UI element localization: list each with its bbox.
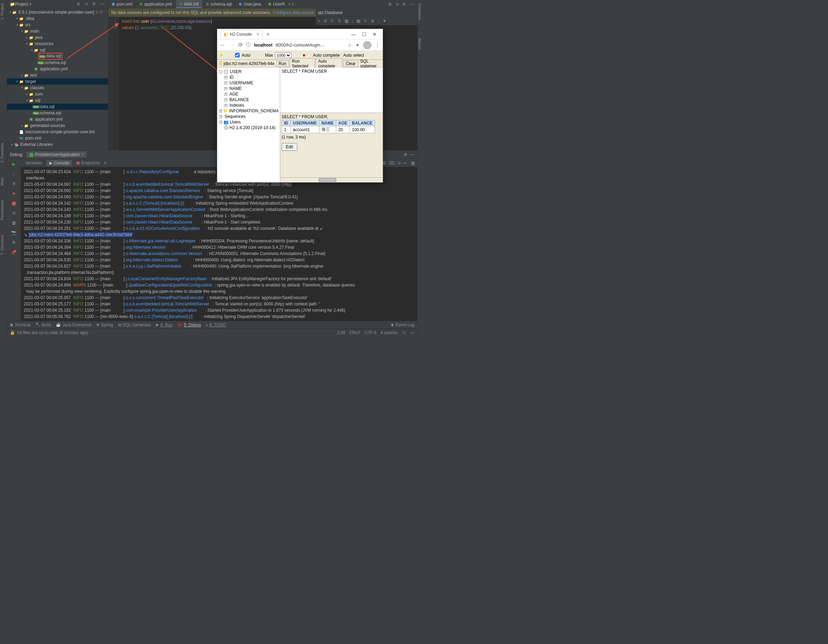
tree-node[interactable]: ▸📁java xyxy=(7,34,108,41)
tab-variables[interactable]: Variables xyxy=(22,160,45,166)
auto-checkbox[interactable] xyxy=(235,53,240,57)
db-edit-icon[interactable]: ✎ xyxy=(364,19,367,24)
debug-config-tab[interactable]: ⬤ ProviderUserApplication × xyxy=(26,152,87,158)
tool-web[interactable]: Web xyxy=(0,175,4,188)
tree-node[interactable]: ▾📁target xyxy=(7,78,108,85)
btm-spring[interactable]: ❀ Spring xyxy=(96,323,113,327)
h2-disconnect-icon[interactable]: ⚡ xyxy=(219,53,224,58)
avatar-icon[interactable] xyxy=(363,41,372,49)
window-max-icon[interactable]: ☐ xyxy=(359,31,369,37)
back-icon[interactable]: ← xyxy=(220,42,226,48)
stop-icon[interactable]: ■ xyxy=(11,190,17,197)
db-stop-icon[interactable]: ▦ xyxy=(345,19,348,24)
db-table-icon[interactable]: ▦ xyxy=(356,19,360,24)
close-icon[interactable]: × xyxy=(81,152,84,157)
pause-icon[interactable]: ⏸ xyxy=(11,180,17,187)
configure-datasource-link[interactable]: Configure data source xyxy=(273,10,314,15)
tab-endpoints[interactable]: ⬣Endpoints xyxy=(74,160,102,166)
btm-debug[interactable]: 🐞 5: Debug xyxy=(177,323,201,327)
extension-icon[interactable]: ✦ xyxy=(355,42,360,48)
tool-favorites[interactable]: 2: Favorites xyxy=(0,141,4,165)
tree-node[interactable]: ▾📁resources xyxy=(7,41,108,47)
tree-node[interactable]: ▾📁sql xyxy=(7,97,108,103)
pin-icon[interactable]: 📌 xyxy=(11,249,17,255)
tree-node[interactable]: mpom.xml xyxy=(7,135,108,141)
tree-node[interactable]: 📄microservice-simple-provider-user.iml xyxy=(7,129,108,135)
h2-scrollbar[interactable] xyxy=(280,177,383,182)
edit-button[interactable]: Edit xyxy=(282,143,297,151)
tool-project[interactable]: 1: Project xyxy=(0,2,4,22)
gear-icon[interactable]: ⚙ xyxy=(92,2,97,7)
editor-tab[interactable]: pom.xml xyxy=(108,0,136,8)
collapse-icon[interactable]: ⇲ xyxy=(84,2,90,7)
tree-node[interactable]: ▾📁classes xyxy=(7,85,108,91)
h2-tree-node[interactable]: +AGE xyxy=(219,91,278,97)
git-icon[interactable]: ⌥ xyxy=(401,330,406,335)
clear-button[interactable]: Clear xyxy=(343,61,358,67)
editor-tab[interactable]: UserR× » xyxy=(265,0,298,8)
window-min-icon[interactable]: — xyxy=(348,31,359,37)
tree-node[interactable]: ▸📁test xyxy=(7,72,108,78)
tree-node[interactable]: Yapplication.yml xyxy=(7,116,108,122)
tree-node[interactable]: SQLdata.sql xyxy=(7,103,108,110)
tree-node[interactable]: ▸📁com xyxy=(7,91,108,97)
camera-icon[interactable]: 📷 xyxy=(11,229,17,236)
btm-run[interactable]: ▶ 4: Run xyxy=(156,323,172,327)
star-icon[interactable]: ☆ xyxy=(347,42,352,48)
tab-console[interactable]: ▶Console xyxy=(47,160,72,166)
locate-icon[interactable]: ⊕ xyxy=(77,2,82,7)
tree-node[interactable]: SQLdata.sql xyxy=(7,53,108,60)
h2-tree-node[interactable]: +BALANCE xyxy=(219,97,278,102)
h2-tree-node[interactable]: +ID xyxy=(219,75,278,80)
window-close-icon[interactable]: ✕ xyxy=(369,31,380,37)
collapse-icon[interactable]: ⇲ xyxy=(395,2,399,7)
tree-node[interactable]: ▸📁generated-sources xyxy=(7,122,108,129)
reload-icon[interactable]: ⟳ xyxy=(238,42,243,48)
step-icon[interactable]: ↓ xyxy=(11,171,17,177)
btm-terminal[interactable]: ▣ Terminal xyxy=(10,323,30,327)
btm-java-ee[interactable]: ☕ Java Enterprise xyxy=(56,323,91,327)
editor-tab[interactable]: data.sql xyxy=(176,0,202,8)
tool-structure[interactable]: 7: Structure xyxy=(0,233,4,257)
tree-node[interactable]: ▾📁main xyxy=(7,28,108,34)
tree-node[interactable]: ▾📁src xyxy=(7,22,108,28)
clear-icon[interactable]: ⌫ xyxy=(388,161,393,166)
view-bp-icon[interactable]: ⬤ xyxy=(11,200,17,206)
menu-icon[interactable]: ⋮ xyxy=(375,42,380,48)
tree-node[interactable]: ▾📁sql xyxy=(7,47,108,53)
project-tree[interactable]: ▾📁3.3.1 [microservice-simple-provider-us… xyxy=(7,8,108,150)
hide-icon[interactable]: — xyxy=(410,152,414,157)
gear-icon[interactable]: ⚙ xyxy=(402,2,406,7)
tool-database[interactable]: Database xyxy=(418,2,422,22)
db-copy-icon[interactable]: ⧉ xyxy=(324,19,327,24)
gear-icon[interactable]: ⚙ xyxy=(404,152,408,157)
locate-icon[interactable]: ⊕ xyxy=(388,2,392,7)
run-button[interactable]: Run xyxy=(276,61,289,67)
tree-node[interactable]: ▾📁.idea xyxy=(7,16,108,22)
h2-tree-node[interactable]: -📋USER xyxy=(219,69,278,75)
h2-schema-tree[interactable]: -📋USER+ID+USERNAME+NAME+AGE+BALANCE+Inde… xyxy=(217,67,280,182)
tool-persistence[interactable]: Persistence xyxy=(0,198,4,222)
h2-tree-node[interactable]: +Sequences xyxy=(219,114,278,119)
tool-maven[interactable]: Maven xyxy=(418,36,422,52)
tree-node[interactable]: SQLschema.sql xyxy=(7,60,108,66)
tree-node[interactable]: SQLschema.sql xyxy=(7,110,108,116)
hide-icon[interactable]: — xyxy=(409,2,414,7)
btm-todo[interactable]: ≡ 6: TODO xyxy=(206,323,226,327)
btm-build[interactable]: 🔨 Build xyxy=(35,323,51,327)
db-refresh-icon[interactable]: ↻ xyxy=(331,19,334,24)
tab-close-icon[interactable]: × xyxy=(257,32,259,37)
layout-icon[interactable]: ▦ xyxy=(11,220,17,226)
db-filter-icon[interactable]: ▼ xyxy=(382,19,387,24)
h2-cancel-icon[interactable]: ■ xyxy=(303,53,305,58)
db-add-icon[interactable]: + xyxy=(318,19,320,24)
wrap-icon[interactable]: ↩ xyxy=(403,161,408,166)
editor-tab[interactable]: application.yml xyxy=(136,0,176,8)
event-log[interactable]: ◉ Event Log xyxy=(391,323,414,327)
forward-icon[interactable]: → xyxy=(229,42,235,48)
resume-icon[interactable]: ▶ xyxy=(11,161,17,167)
editor-tab[interactable]: User.java xyxy=(235,0,265,8)
h2-tree-node[interactable]: +📁INFORMATION_SCHEMA xyxy=(219,108,278,114)
h2-sql-editor[interactable]: SELECT * FROM USER xyxy=(280,67,383,113)
tree-node[interactable]: Yapplication.yml xyxy=(7,66,108,72)
